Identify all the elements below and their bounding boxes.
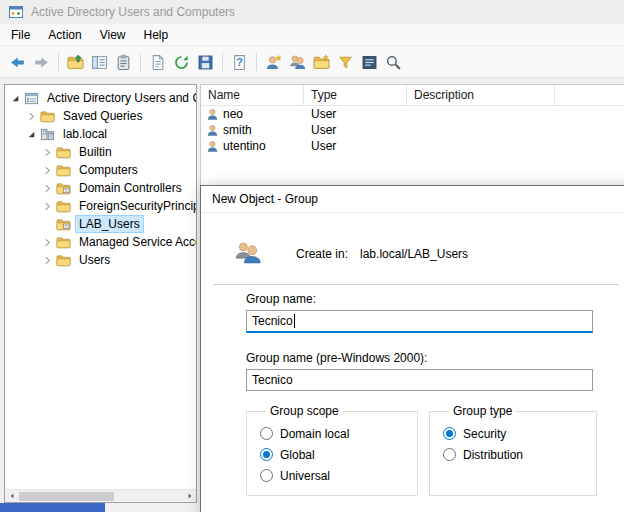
- new-group-icon: [289, 54, 306, 71]
- pre2000-name-label: Group name (pre-Windows 2000):: [246, 351, 624, 365]
- domain-icon: [40, 127, 55, 142]
- tree-item-label: LAB_Users: [75, 215, 144, 233]
- user-icon: [206, 124, 219, 137]
- new-group-button[interactable]: [286, 51, 309, 74]
- list-item-neo[interactable]: neo User: [201, 106, 624, 122]
- group-scope-box: Group scope Domain local Global Universa…: [246, 404, 418, 496]
- console-tree-icon: [91, 54, 108, 71]
- forward-button[interactable]: [30, 51, 53, 74]
- tree-item-root[interactable]: Active Directory Users and Computers: [5, 89, 196, 107]
- tree-item-computers[interactable]: Computers: [5, 161, 196, 179]
- radio-label: Global: [280, 448, 315, 462]
- list-item-utentino[interactable]: utentino User: [201, 138, 624, 154]
- column-header-type[interactable]: Type: [304, 85, 407, 105]
- column-header-name[interactable]: Name: [201, 85, 304, 105]
- app-icon[interactable]: [8, 4, 24, 20]
- find-button[interactable]: [382, 51, 405, 74]
- filter-icon: [337, 54, 354, 71]
- expander-expanded-icon[interactable]: [24, 127, 39, 142]
- menu-file[interactable]: File: [2, 28, 39, 42]
- scrollbar-thumb[interactable]: [19, 492, 114, 501]
- new-ou-button[interactable]: [310, 51, 333, 74]
- filter-button[interactable]: [334, 51, 357, 74]
- horizontal-scrollbar[interactable]: [5, 489, 196, 502]
- properties-icon: [115, 54, 132, 71]
- tree-item-saved-queries[interactable]: Saved Queries: [5, 107, 196, 125]
- radio-circle[interactable]: [260, 427, 273, 440]
- expander-collapsed-icon[interactable]: [40, 235, 55, 250]
- expander-collapsed-icon[interactable]: [40, 199, 55, 214]
- tree-item-lab-local[interactable]: lab.local: [5, 125, 196, 143]
- list-item-smith[interactable]: smith User: [201, 122, 624, 138]
- column-header-description[interactable]: Description: [407, 85, 555, 105]
- group-name-value: Tecnico: [252, 314, 293, 328]
- radio-circle[interactable]: [260, 448, 273, 461]
- ou-folder-icon: [56, 181, 71, 196]
- radio-global[interactable]: Global: [260, 444, 417, 465]
- pre2000-name-input[interactable]: Tecnico: [246, 369, 593, 391]
- folder-icon: [56, 163, 71, 178]
- help-button[interactable]: [228, 51, 251, 74]
- user-name: smith: [223, 123, 252, 137]
- menu-help[interactable]: Help: [135, 28, 178, 42]
- folder-icon: [40, 109, 55, 124]
- group-name-input[interactable]: Tecnico: [246, 310, 593, 333]
- properties-button[interactable]: [112, 51, 135, 74]
- user-icon: [206, 108, 219, 121]
- radio-security[interactable]: Security: [443, 423, 596, 444]
- show-console-tree-button[interactable]: [88, 51, 111, 74]
- menu-view[interactable]: View: [91, 28, 135, 42]
- folder-icon: [56, 253, 71, 268]
- tree-item-users[interactable]: Users: [5, 251, 196, 269]
- tree-item-label: ForeignSecurityPrincipals: [75, 197, 197, 215]
- group-name-label: Group name:: [246, 290, 624, 306]
- scroll-left-button[interactable]: [5, 490, 18, 502]
- window-titlebar[interactable]: Active Directory Users and Computers: [0, 0, 624, 24]
- expander-expanded-icon[interactable]: [8, 91, 23, 106]
- radio-distribution[interactable]: Distribution: [443, 444, 596, 465]
- refresh-button[interactable]: [170, 51, 193, 74]
- expander-collapsed-icon[interactable]: [24, 109, 39, 124]
- user-icon: [206, 140, 219, 153]
- help-icon: [231, 54, 248, 71]
- create-in-value: lab.local/LAB_Users: [360, 247, 468, 261]
- directory-root-icon: [24, 91, 39, 106]
- up-one-level-button[interactable]: [64, 51, 87, 74]
- dialog-separator: [213, 284, 619, 286]
- radio-circle[interactable]: [260, 469, 273, 482]
- expander-collapsed-icon[interactable]: [40, 145, 55, 160]
- toolbar-separator: [222, 53, 223, 71]
- radio-label: Domain local: [280, 427, 349, 441]
- ou-folder-icon: [56, 217, 71, 232]
- folder-icon: [56, 235, 71, 250]
- expander-collapsed-icon[interactable]: [40, 163, 55, 178]
- tree-item-label: Managed Service Accounts: [75, 233, 197, 251]
- user-type: User: [304, 107, 407, 121]
- scroll-right-button[interactable]: [183, 490, 196, 502]
- radio-label: Security: [463, 427, 506, 441]
- tree-item-managed-service-accounts[interactable]: Managed Service Accounts: [5, 233, 196, 251]
- expander-collapsed-icon[interactable]: [40, 253, 55, 268]
- aduc-window: Active Directory Users and Computers Fil…: [0, 0, 624, 512]
- tree-item-foreign-security-principals[interactable]: ForeignSecurityPrincipals: [5, 197, 196, 215]
- radio-domain-local[interactable]: Domain local: [260, 423, 417, 444]
- tree-item-builtin[interactable]: Builtin: [5, 143, 196, 161]
- new-user-button[interactable]: [262, 51, 285, 74]
- save-button[interactable]: [194, 51, 217, 74]
- refresh-icon: [173, 54, 190, 71]
- back-button[interactable]: [6, 51, 29, 74]
- export-list-icon: [149, 54, 166, 71]
- radio-universal[interactable]: Universal: [260, 465, 417, 486]
- radio-circle[interactable]: [443, 427, 456, 440]
- dialog-titlebar[interactable]: New Object - Group: [201, 186, 624, 213]
- expander-collapsed-icon[interactable]: [40, 181, 55, 196]
- tree-item-lab-users[interactable]: LAB_Users: [5, 215, 196, 233]
- view-options-button[interactable]: [358, 51, 381, 74]
- tree-item-domain-controllers[interactable]: Domain Controllers: [5, 179, 196, 197]
- pre2000-name-value: Tecnico: [252, 373, 293, 387]
- export-list-button[interactable]: [146, 51, 169, 74]
- menu-action[interactable]: Action: [39, 28, 90, 42]
- scroll-right-icon: [186, 492, 194, 500]
- radio-circle[interactable]: [443, 448, 456, 461]
- tree-item-label: Active Directory Users and Computers: [43, 89, 197, 107]
